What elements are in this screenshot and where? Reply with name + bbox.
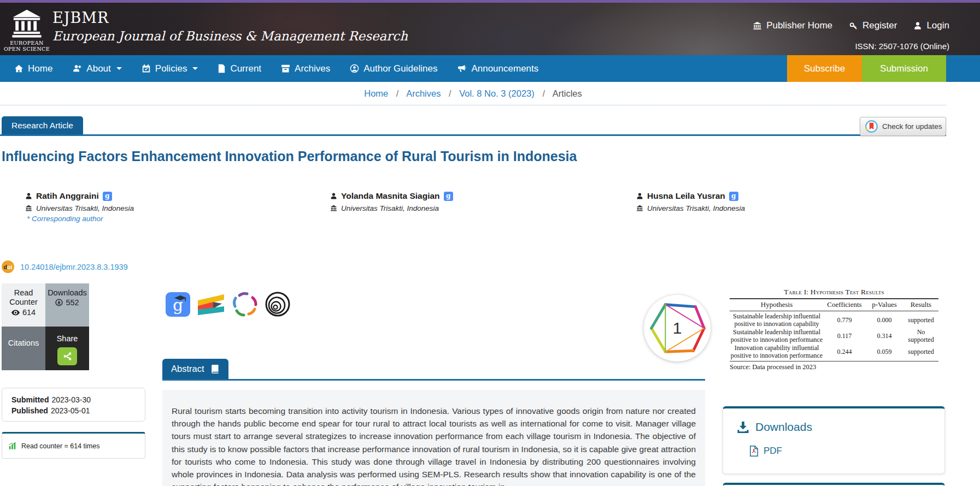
doi-icon: doi: [2, 260, 14, 273]
breadcrumb-separator: /: [449, 88, 451, 98]
calendar-check-icon: [142, 64, 151, 73]
submitted-value: 2023-03-30: [51, 395, 91, 404]
site-header: EUROPEANOPEN SCIENCE EJBMR European Jour…: [0, 3, 980, 55]
nav-label: Author Guidelines: [363, 63, 437, 74]
key-icon: [849, 21, 858, 31]
user-icon: [913, 21, 922, 30]
author-block-1: Ratih Anggraini g Universitas Trisakti, …: [25, 191, 134, 212]
crossmark-icon: [865, 120, 878, 133]
user-plus-icon: [72, 64, 82, 73]
abstract-panel: Rural tourism starts becoming transition…: [162, 390, 705, 486]
section-tab-underline: [0, 134, 946, 136]
nav-label: Home: [28, 63, 52, 74]
check-for-updates-label: Check for updates: [882, 122, 942, 131]
read-counter-cell: Read Counter 614: [2, 283, 45, 327]
author-name: Yolanda Masnita Siagian: [341, 191, 440, 201]
hypothesis-table: Table I: Hypothesis Test Results Hypothe…: [730, 288, 938, 371]
download-circle-icon: [55, 299, 63, 306]
nav-item-about[interactable]: About: [72, 63, 121, 74]
semantic-scholar-icon[interactable]: [197, 292, 225, 317]
share-icon: [63, 352, 72, 361]
citations-label: Citations: [8, 339, 39, 347]
publisher-org-name: EUROPEANOPEN SCIENCE: [0, 40, 54, 52]
google-scholar-badge[interactable]: g: [444, 192, 453, 201]
subscribe-button[interactable]: Subscribe: [787, 55, 862, 82]
user-circle-icon: [350, 64, 359, 73]
nav-label: Archives: [295, 63, 330, 74]
table-header-row: Hypothesis Coefficients p-Values Results: [730, 299, 938, 311]
doi-row: doi 10.24018/ejbmr.2023.8.3.1939: [2, 260, 128, 273]
multicolor-pinwheel-icon[interactable]: [232, 291, 258, 317]
table-row: Innovation capability influential positi…: [730, 344, 938, 360]
table-row: Sustainable leadership influential posit…: [730, 328, 938, 344]
downloads-heading-row: Downloads: [737, 420, 944, 434]
published-label: Published: [11, 406, 48, 415]
register-link[interactable]: Register: [849, 20, 897, 31]
breadcrumb-link-archives[interactable]: Archives: [406, 88, 441, 98]
bank-icon: [330, 205, 337, 212]
publisher-home-link[interactable]: Publisher Home: [753, 20, 832, 31]
section-tab-research-article[interactable]: Research Article: [2, 116, 83, 135]
read-counter-value: 614: [22, 308, 36, 317]
nav-label: Policies: [155, 63, 187, 74]
chevron-down-icon: [116, 67, 122, 70]
submission-button[interactable]: Submission: [862, 55, 946, 82]
book-icon: [210, 365, 220, 374]
table-source-note: Source: Data processed in 2023: [730, 361, 938, 371]
main-navbar: Home About Policies Current Archives: [0, 55, 980, 82]
check-for-updates-button[interactable]: Check for updates: [860, 117, 946, 136]
abstract-tab-label: Abstract: [171, 364, 204, 374]
home-icon: [14, 64, 24, 73]
dimensions-citation-badge[interactable]: 1: [644, 295, 711, 361]
pdf-download-link[interactable]: PDF: [749, 446, 944, 457]
tab-abstract[interactable]: Abstract: [162, 359, 228, 379]
corresponding-author-note: * Corresponding author: [27, 215, 103, 223]
author-block-2: Yolanda Masnita Siagian g Universitas Tr…: [330, 191, 453, 212]
user-icon: [636, 192, 643, 200]
breadcrumb-separator: /: [396, 88, 399, 98]
breadcrumb-link-issue[interactable]: Vol. 8 No. 3 (2023): [459, 88, 535, 98]
breadcrumb-link-home[interactable]: Home: [364, 88, 388, 98]
read-counter-note: Read counter = 614 times: [21, 442, 100, 450]
doi-link[interactable]: 10.24018/ejbmr.2023.8.3.1939: [20, 263, 128, 271]
next-panel-edge: [723, 483, 945, 486]
author-name: Ratih Anggraini: [36, 191, 99, 201]
table-title: Table I: Hypothesis Test Results: [730, 288, 938, 298]
nav-label: Current: [230, 63, 261, 74]
publisher-bank-logo-icon[interactable]: [11, 8, 43, 39]
article-title: Influencing Factors Enhancement Innovati…: [2, 149, 712, 164]
share-button[interactable]: [57, 347, 77, 365]
google-scholar-icon[interactable]: g: [166, 292, 190, 317]
archive-icon: [281, 64, 290, 73]
login-link[interactable]: Login: [913, 20, 949, 31]
author-affiliation: Universitas Trisakti, Indonesia: [36, 204, 134, 212]
nav-item-archives[interactable]: Archives: [281, 63, 330, 74]
downloads-label: Downloads: [45, 288, 89, 297]
share-label: Share: [57, 334, 78, 343]
nav-item-author-guidelines[interactable]: Author Guidelines: [350, 63, 437, 74]
google-scholar-badge[interactable]: g: [729, 192, 738, 201]
nav-label: Announcements: [471, 63, 538, 74]
concentric-circles-icon[interactable]: [265, 291, 291, 317]
nav-menu: Home About Policies Current Archives: [14, 55, 538, 82]
section-tab-label: Research Article: [11, 121, 73, 131]
citations-cell[interactable]: Citations: [2, 327, 45, 370]
issn-text: ISSN: 2507-1076 (Online): [855, 42, 949, 51]
publisher-home-label: Publisher Home: [766, 20, 832, 31]
breadcrumb: Home / Archives / Vol. 8 No. 3 (2023) / …: [0, 88, 946, 99]
bank-icon: [753, 21, 762, 31]
downloads-cell: Downloads 552: [45, 283, 89, 327]
nav-item-announcements[interactable]: Announcements: [457, 63, 538, 74]
abstract-text: Rural tourism starts becoming transition…: [172, 405, 696, 486]
submission-label: Submission: [880, 63, 928, 74]
nav-item-home[interactable]: Home: [14, 63, 52, 74]
author-affiliation: Universitas Trisakti, Indonesia: [647, 204, 745, 212]
journal-name: European Journal of Business & Managemen…: [52, 29, 408, 43]
google-scholar-badge[interactable]: g: [103, 192, 112, 201]
author-block-3: Husna Leila Yusran g Universitas Trisakt…: [636, 191, 745, 212]
share-cell: Share: [45, 327, 89, 370]
nav-item-policies[interactable]: Policies: [142, 63, 198, 74]
nav-item-current[interactable]: Current: [218, 63, 261, 74]
chevron-down-icon: [192, 67, 198, 70]
chart-bars-icon: [8, 442, 17, 450]
